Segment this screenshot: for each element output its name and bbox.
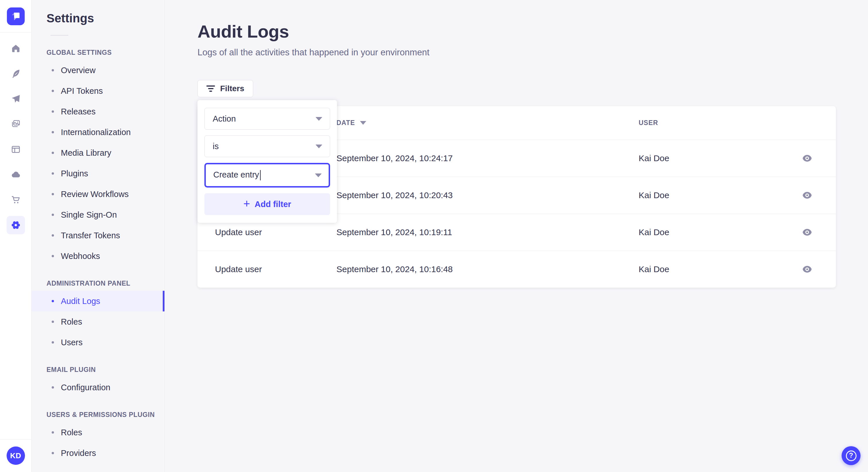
bullet-icon bbox=[52, 452, 54, 454]
sidebar-item-media-library[interactable]: Media Library bbox=[32, 142, 164, 163]
section-label: GLOBAL SETTINGS bbox=[46, 49, 164, 57]
sidebar-item-admin-users[interactable]: Users bbox=[32, 332, 164, 353]
strapi-logo[interactable] bbox=[7, 7, 25, 25]
sidebar-item-up-roles[interactable]: Roles bbox=[32, 422, 164, 443]
cell-action: Update user bbox=[197, 264, 336, 274]
sidebar-item-api-tokens[interactable]: API Tokens bbox=[32, 80, 164, 101]
sidebar-item-review-workflows[interactable]: Review Workflows bbox=[32, 184, 164, 204]
cell-date: September 10, 2024, 10:16:48 bbox=[336, 264, 639, 274]
rail-bottom: KD bbox=[0, 439, 31, 472]
main-content: Audit Logs Logs of all the activities th… bbox=[165, 0, 868, 472]
view-log-button[interactable] bbox=[797, 259, 817, 279]
filters-area: Filters Action is Create entry + Add fil… bbox=[197, 80, 836, 97]
sidebar-item-up-providers[interactable]: Providers bbox=[32, 443, 164, 463]
layout-icon bbox=[11, 144, 21, 154]
avatar[interactable]: KD bbox=[7, 446, 25, 465]
chevron-down-icon bbox=[315, 144, 322, 148]
bullet-icon bbox=[52, 341, 54, 343]
settings-subnav: Settings GLOBAL SETTINGS Overview API To… bbox=[32, 0, 165, 472]
page-subtitle: Logs of all the activities that happened… bbox=[197, 47, 836, 58]
bullet-icon bbox=[52, 193, 54, 195]
nav-home-button[interactable] bbox=[7, 39, 25, 58]
divider bbox=[0, 439, 31, 440]
nav-content-type-builder-button[interactable] bbox=[7, 65, 25, 83]
filter-value-text: Create entry bbox=[213, 170, 260, 180]
section-label: ADMINISTRATION PANEL bbox=[46, 279, 164, 287]
bullet-icon bbox=[52, 69, 54, 71]
nav-content-manager-button[interactable] bbox=[7, 140, 25, 159]
page-title: Audit Logs bbox=[197, 21, 836, 42]
bullet-icon bbox=[52, 300, 54, 302]
sidebar-item-overview[interactable]: Overview bbox=[32, 60, 164, 80]
help-button[interactable]: ? bbox=[842, 446, 861, 465]
rail-nav-icons bbox=[0, 32, 31, 234]
section-global-settings: GLOBAL SETTINGS Overview API Tokens Rele… bbox=[32, 49, 164, 266]
bullet-icon bbox=[52, 431, 54, 434]
section-email-plugin: EMAIL PLUGIN Configuration bbox=[32, 366, 164, 398]
sidebar-item-transfer-tokens[interactable]: Transfer Tokens bbox=[32, 225, 164, 246]
help-icon: ? bbox=[846, 450, 857, 461]
sidebar-item-plugins[interactable]: Plugins bbox=[32, 163, 164, 184]
bullet-icon bbox=[52, 255, 54, 257]
bullet-icon bbox=[52, 172, 54, 175]
cell-date: September 10, 2024, 10:20:43 bbox=[336, 191, 639, 200]
filter-icon bbox=[206, 86, 215, 92]
gear-icon bbox=[11, 220, 21, 230]
nav-deploy-button[interactable] bbox=[7, 90, 25, 108]
cart-icon bbox=[11, 195, 21, 205]
nav-cloud-button[interactable] bbox=[7, 165, 25, 184]
section-label: EMAIL PLUGIN bbox=[46, 366, 164, 374]
filter-value-combobox[interactable]: Create entry bbox=[205, 163, 330, 188]
cell-date: September 10, 2024, 10:19:11 bbox=[336, 227, 639, 237]
plus-icon: + bbox=[243, 198, 250, 209]
nav-marketplace-button[interactable] bbox=[7, 191, 25, 209]
chevron-down-icon bbox=[315, 173, 322, 177]
bullet-icon bbox=[52, 214, 54, 216]
cell-user: Kai Doe bbox=[639, 264, 778, 274]
sidebar-item-audit-logs[interactable]: Audit Logs bbox=[32, 291, 164, 311]
column-header-date[interactable]: DATE bbox=[336, 119, 639, 127]
sidebar-item-internationalization[interactable]: Internationalization bbox=[32, 122, 164, 142]
view-log-button[interactable] bbox=[797, 185, 817, 205]
filters-button-label: Filters bbox=[220, 84, 244, 93]
eye-icon bbox=[802, 155, 812, 162]
sidebar-item-releases[interactable]: Releases bbox=[32, 101, 164, 122]
divider bbox=[51, 35, 68, 36]
column-header-user: USER bbox=[639, 119, 778, 127]
cell-date: September 10, 2024, 10:24:17 bbox=[336, 154, 639, 163]
bullet-icon bbox=[52, 152, 54, 154]
nav-settings-button[interactable] bbox=[7, 216, 25, 234]
nav-media-library-button[interactable] bbox=[7, 115, 25, 133]
bullet-icon bbox=[52, 321, 54, 323]
filters-button[interactable]: Filters bbox=[197, 80, 253, 97]
send-icon bbox=[11, 94, 21, 104]
view-log-button[interactable] bbox=[797, 148, 817, 168]
bullet-icon bbox=[52, 110, 54, 113]
sidebar-item-webhooks[interactable]: Webhooks bbox=[32, 246, 164, 266]
cell-user: Kai Doe bbox=[639, 191, 778, 200]
text-caret bbox=[260, 170, 260, 180]
section-users-permissions-plugin: USERS & PERMISSIONS PLUGIN Roles Provide… bbox=[32, 411, 164, 463]
view-log-button[interactable] bbox=[797, 222, 817, 242]
filter-attribute-select[interactable]: Action bbox=[205, 108, 330, 130]
add-filter-label: Add filter bbox=[255, 200, 291, 209]
sidebar-item-email-configuration[interactable]: Configuration bbox=[32, 377, 164, 398]
bullet-icon bbox=[52, 131, 54, 133]
media-library-icon bbox=[11, 119, 21, 129]
strapi-logo-icon bbox=[7, 7, 25, 25]
filter-attribute-value: Action bbox=[213, 114, 236, 124]
filter-operator-select[interactable]: is bbox=[205, 135, 330, 157]
add-filter-button[interactable]: + Add filter bbox=[205, 193, 330, 215]
chevron-down-icon bbox=[315, 117, 322, 121]
bullet-icon bbox=[52, 386, 54, 389]
main-nav-rail: KD bbox=[0, 0, 32, 472]
bullet-icon bbox=[52, 234, 54, 237]
section-label: USERS & PERMISSIONS PLUGIN bbox=[46, 411, 164, 419]
bullet-icon bbox=[52, 90, 54, 92]
cell-user: Kai Doe bbox=[639, 227, 778, 237]
table-row[interactable]: Update user September 10, 2024, 10:16:48… bbox=[197, 250, 836, 288]
sidebar-item-admin-roles[interactable]: Roles bbox=[32, 311, 164, 332]
eye-icon bbox=[802, 266, 812, 273]
cloud-icon bbox=[11, 170, 21, 179]
sidebar-item-single-sign-on[interactable]: Single Sign-On bbox=[32, 204, 164, 225]
